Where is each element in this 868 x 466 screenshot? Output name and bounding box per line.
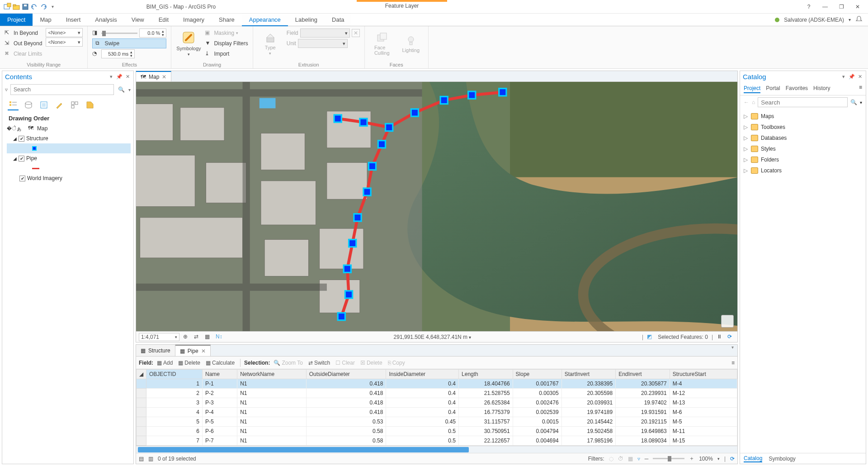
attr-tab-pipe[interactable]: ▦Pipe✕ — [175, 345, 211, 356]
tab-edit[interactable]: Edit — [151, 14, 176, 26]
expand-icon[interactable]: ▷ — [744, 135, 748, 141]
tab-analysis[interactable]: Analysis — [88, 14, 124, 26]
expand-icon[interactable]: ▷ — [744, 124, 748, 130]
list-by-source-icon[interactable] — [23, 100, 34, 110]
col-outsidediameter[interactable]: OutsideDiameter — [306, 370, 386, 379]
tab-labeling[interactable]: Labeling — [288, 14, 325, 26]
catalog-search-icon[interactable]: 🔍 — [850, 99, 857, 105]
status-icon-2[interactable]: ⇄ — [194, 333, 201, 341]
user-dropdown-icon[interactable]: ▾ — [849, 17, 851, 22]
notifications-icon[interactable] — [855, 15, 863, 24]
catalog-home-icon[interactable]: ⌂ — [752, 99, 755, 105]
navigator-button[interactable] — [721, 315, 734, 328]
map-scale-combo[interactable]: 1:4,071▾ — [139, 333, 179, 341]
panel-close-icon[interactable]: ✕ — [124, 74, 131, 80]
catalog-search-options-icon[interactable]: ▾ — [860, 100, 862, 105]
table-row[interactable]: 3P-3N10.4180.426.6253840.00247620.039931… — [137, 398, 737, 408]
expand-icon[interactable]: ▷ — [744, 146, 748, 152]
col-endinvert[interactable]: EndInvert — [616, 370, 670, 379]
catalog-item[interactable]: ▷Maps — [744, 111, 862, 122]
list-by-snapping-icon[interactable] — [69, 100, 80, 110]
filter-icon[interactable]: ▿ — [5, 86, 8, 93]
catalog-tab-project[interactable]: Project — [744, 84, 760, 93]
bottom-tab-catalog[interactable]: Catalog — [744, 455, 762, 462]
import-button[interactable]: ⤓Import — [205, 49, 248, 59]
field-add-button[interactable]: ▦ Add — [155, 359, 175, 367]
bottom-tab-symbology[interactable]: Symbology — [769, 456, 795, 462]
catalog-pin-icon[interactable]: 📌 — [849, 74, 855, 80]
transparency-slider[interactable] — [101, 33, 137, 34]
col-structurestart[interactable]: StructureStart — [670, 370, 737, 379]
status-icon-3[interactable]: ▦ — [205, 333, 212, 341]
out-beyond-combo[interactable]: <None>▾ — [46, 38, 83, 47]
flicker-rate[interactable]: 530.0 ms▴▾ — [101, 49, 135, 58]
panel-pin-icon[interactable]: 📌 — [116, 74, 123, 80]
attr-zoom-slider[interactable] — [653, 458, 684, 459]
catalog-dropdown-icon[interactable]: ▾ — [840, 74, 847, 80]
tree-structure[interactable]: ◢✔Structure — [7, 133, 131, 143]
col-startinvert[interactable]: StartInvert — [561, 370, 616, 379]
attribute-table[interactable]: ◢OBJECTIDNameNetworkNameOutsideDiameterI… — [136, 369, 737, 446]
catalog-item[interactable]: ▷Styles — [744, 143, 862, 154]
minimize-button[interactable]: — — [821, 3, 829, 11]
pause-drawing-icon[interactable]: ⏸ — [717, 333, 724, 341]
list-by-editing-icon[interactable] — [54, 100, 65, 110]
table-row[interactable]: 2P-2N10.4180.421.5287550.0030520.3055982… — [137, 389, 737, 398]
catalog-close-icon[interactable]: ✕ — [857, 74, 863, 80]
col-slope[interactable]: Slope — [513, 370, 561, 379]
swipe-button[interactable]: ⧉Swipe — [92, 38, 166, 48]
symbology-button[interactable]: Symbology▾ — [176, 28, 201, 59]
refresh-icon[interactable]: ⟳ — [727, 333, 735, 341]
expand-icon[interactable]: ▷ — [744, 167, 748, 174]
tab-map[interactable]: Map — [33, 14, 58, 26]
tree-world-imagery[interactable]: ✔World Imagery — [7, 173, 131, 183]
catalog-tab-favorites[interactable]: Favorites — [786, 84, 808, 93]
map-tab[interactable]: 🗺 Map ✕ — [136, 71, 171, 81]
user-name[interactable]: Salvatore (ADSK-EMEA) — [784, 17, 844, 23]
tree-pipe[interactable]: ◢✔Pipe — [7, 153, 131, 163]
show-all-icon[interactable]: ▤ — [139, 456, 144, 462]
panel-dropdown-icon[interactable]: ▾ — [108, 74, 114, 80]
filter-btn-1[interactable]: ◌ — [609, 456, 613, 462]
tab-project[interactable]: Project — [0, 14, 33, 26]
search-options-icon[interactable]: ▾ — [128, 87, 131, 92]
help-button[interactable]: ? — [805, 3, 813, 11]
tab-view[interactable]: View — [124, 14, 151, 26]
catalog-item[interactable]: ▷Locators — [744, 165, 862, 176]
tab-appearance[interactable]: Appearance — [242, 14, 288, 26]
maximize-button[interactable]: ❐ — [837, 3, 845, 11]
field-delete-button[interactable]: ▦ Delete — [176, 359, 202, 367]
attr-tab-structure[interactable]: ▦Structure — [136, 345, 175, 356]
switch-button[interactable]: ⇄ Switch — [307, 359, 332, 367]
col-name[interactable]: Name — [203, 370, 237, 379]
tree-map[interactable]: �ेぁ🗺Map — [7, 124, 131, 133]
status-icon-4[interactable]: N↕ — [216, 333, 223, 341]
in-beyond-combo[interactable]: <None>▾ — [46, 28, 83, 37]
status-icon-1[interactable]: ⊕ — [183, 333, 190, 341]
filter-btn-4[interactable]: ▿ — [637, 456, 640, 462]
pipe-checkbox[interactable]: ✔ — [19, 156, 24, 162]
table-row[interactable]: 4P-4N10.4180.416.7753790.00253919.974189… — [137, 408, 737, 417]
close-button[interactable]: ✕ — [854, 3, 862, 11]
list-by-drawing-order-icon[interactable] — [8, 100, 19, 110]
field-calculate-button[interactable]: ▦ Calculate — [204, 359, 236, 367]
contents-search-input[interactable] — [10, 84, 114, 95]
attr-menu-icon[interactable]: ≡ — [731, 360, 735, 366]
expand-icon[interactable]: ▷ — [744, 113, 748, 119]
expand-icon[interactable]: ▷ — [744, 157, 748, 163]
attr-tab-close-icon[interactable]: ✕ — [201, 348, 206, 354]
col-networkname[interactable]: NetworkName — [237, 370, 307, 379]
show-selected-icon[interactable]: ▥ — [148, 456, 153, 462]
col-length[interactable]: Length — [459, 370, 513, 379]
search-icon[interactable]: 🔍 — [117, 86, 126, 93]
structure-checkbox[interactable]: ✔ — [19, 136, 24, 142]
table-row[interactable]: 6P-6N10.580.530.7509510.00479419.5024581… — [137, 427, 737, 436]
catalog-search-input[interactable] — [758, 97, 848, 107]
tree-structure-symbol[interactable] — [7, 143, 131, 153]
filter-btn-3[interactable]: ▦ — [628, 456, 633, 462]
catalog-item[interactable]: ▷Folders — [744, 154, 862, 165]
catalog-tab-portal[interactable]: Portal — [766, 84, 780, 93]
table-row[interactable]: 7P-7N10.580.522.1226570.00469417.9851961… — [137, 436, 737, 446]
col-insidediameter[interactable]: InsideDiameter — [386, 370, 459, 379]
filter-btn-2[interactable]: ⏱ — [618, 456, 623, 462]
